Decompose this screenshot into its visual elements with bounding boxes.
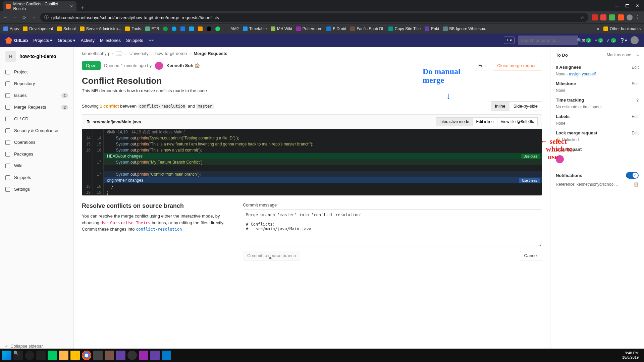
author-name[interactable]: Kenneth Soh 🏠: [166, 63, 200, 68]
sidebar-item-repository[interactable]: Repository: [0, 78, 73, 89]
bookmark-item[interactable]: Development: [23, 26, 53, 31]
taskbar-app[interactable]: [116, 351, 125, 360]
sidebar-item-packages[interactable]: Packages: [0, 148, 73, 160]
sidebar-item-wiki[interactable]: Wiki: [0, 160, 73, 172]
window-maximize-icon[interactable]: 🗖: [625, 3, 630, 8]
taskview-icon[interactable]: [36, 351, 46, 360]
sidebar-item-snippets[interactable]: Snippets: [0, 172, 73, 183]
bookmark-item[interactable]: [215, 26, 220, 31]
help-icon[interactable]: ❔▾: [620, 38, 627, 43]
commit-message-input[interactable]: [243, 209, 542, 246]
breadcrumb-project[interactable]: how-to-git-demo: [155, 51, 187, 56]
reload-icon[interactable]: ⟳: [21, 15, 28, 20]
taskbar-app[interactable]: [150, 351, 160, 360]
bookmark-item[interactable]: F-Droid: [326, 26, 346, 31]
home-icon[interactable]: ⌂: [31, 15, 37, 20]
edit-button[interactable]: Edit: [474, 61, 490, 70]
notifications-toggle[interactable]: [626, 172, 639, 179]
new-tab-button[interactable]: ＋: [76, 4, 89, 11]
nav-snippets[interactable]: Snippets: [126, 38, 143, 43]
bookmark-item[interactable]: MH Wiki: [271, 26, 292, 31]
bookmark-item[interactable]: FTB: [145, 26, 159, 31]
branch-link[interactable]: conflict-resolution: [136, 227, 182, 232]
bookmark-item[interactable]: Enki: [425, 26, 439, 31]
forward-icon[interactable]: →: [12, 15, 18, 20]
bookmarks-overflow[interactable]: »: [597, 26, 599, 31]
bookmark-item[interactable]: AM2: [224, 26, 239, 31]
user-avatar[interactable]: [631, 36, 639, 44]
mark-done-button[interactable]: Mark as done: [604, 51, 634, 59]
issues-count[interactable]: ⊡0: [582, 38, 591, 43]
nav-milestones[interactable]: Milestones: [100, 38, 121, 43]
todos-count[interactable]: ✓5: [606, 38, 616, 43]
ext-icon-3[interactable]: [609, 14, 615, 20]
window-minimize-icon[interactable]: —: [615, 3, 619, 8]
breadcrumb-university[interactable]: University: [129, 51, 149, 56]
edit-assignees[interactable]: Edit: [632, 65, 639, 70]
back-icon[interactable]: ←: [3, 15, 9, 20]
copy-reference-icon[interactable]: 📋: [634, 182, 639, 187]
browser-tab[interactable]: Merge Conflicts · Conflict Resolu ✕: [3, 1, 76, 11]
bookmark-item[interactable]: BB Ignore Whitespa...: [443, 26, 489, 31]
view-file-button[interactable]: View file @8efb0fc: [497, 117, 538, 126]
sidebar-item-project[interactable]: Project: [0, 66, 73, 78]
bookmark-item[interactable]: Copy Site Title: [388, 26, 421, 31]
collapse-right-icon[interactable]: »: [636, 53, 639, 58]
menu-icon[interactable]: ⋮: [635, 14, 641, 20]
system-clock[interactable]: 9:48 PM 16/8/2019: [622, 351, 642, 360]
breadcrumb-root[interactable]: kennethsohyq: [82, 51, 109, 56]
taskbar-app[interactable]: [139, 351, 148, 360]
ext-icon-2[interactable]: [600, 14, 606, 20]
mrs-count[interactable]: ⑂0: [595, 38, 603, 43]
edit-labels[interactable]: Edit: [632, 114, 639, 119]
interactive-mode-button[interactable]: Interactive mode: [436, 117, 473, 126]
bookmark-item[interactable]: Timetable: [243, 26, 267, 31]
other-bookmarks[interactable]: Other bookmarks: [603, 26, 641, 31]
profile-avatar[interactable]: [627, 14, 633, 20]
close-mr-button[interactable]: Close merge request: [493, 61, 542, 70]
sidebar-item-issues[interactable]: Issues1: [0, 89, 73, 101]
sidebar-item-merge-requests[interactable]: Merge Requests2: [0, 101, 73, 113]
bookmark-item[interactable]: Pottermore: [296, 26, 322, 31]
nav-activity[interactable]: Activity: [81, 38, 95, 43]
bookmark-item[interactable]: Fanfic Epub DL: [350, 26, 384, 31]
edit-lock[interactable]: Edit: [632, 131, 639, 135]
taskbar-app[interactable]: [48, 351, 57, 360]
taskbar-app[interactable]: [127, 351, 137, 360]
bookmark-item[interactable]: Tools: [125, 26, 141, 31]
bookmark-item[interactable]: [163, 26, 168, 31]
bookmark-item[interactable]: [172, 26, 176, 31]
project-header[interactable]: H how-to-git-demo: [0, 47, 73, 66]
nav-projects[interactable]: Projects ▾: [33, 38, 52, 43]
use-theirs-button[interactable]: Use theirs: [519, 178, 540, 183]
edit-milestone[interactable]: Edit: [632, 81, 639, 86]
window-close-icon[interactable]: ✕: [636, 3, 639, 8]
sidebar-item-cicd[interactable]: CI / CD: [0, 113, 73, 125]
bookmark-item[interactable]: [189, 26, 194, 31]
taskbar-app[interactable]: [105, 351, 114, 360]
sidebar-item-operations[interactable]: Operations: [0, 136, 73, 148]
ext-icon-4[interactable]: [618, 14, 624, 20]
taskbar-app[interactable]: [162, 351, 171, 360]
sidebar-item-settings[interactable]: Settings: [0, 183, 73, 195]
taskbar-app[interactable]: [59, 351, 68, 360]
gitlab-logo[interactable]: GitLab: [5, 37, 28, 44]
assign-yourself-link[interactable]: assign yourself: [569, 72, 596, 76]
bookmark-item[interactable]: [180, 26, 185, 31]
taskbar-app[interactable]: [70, 351, 80, 360]
nav-binoculars-icon[interactable]: 👓: [149, 38, 154, 43]
bookmark-item[interactable]: [198, 26, 203, 31]
close-tab-icon[interactable]: ✕: [70, 4, 73, 9]
timetracking-help-icon[interactable]: ?: [636, 98, 639, 103]
participant-avatar[interactable]: [556, 155, 564, 163]
cortana-icon[interactable]: ○: [25, 351, 34, 360]
view-inline-button[interactable]: Inline: [491, 102, 509, 111]
bookmark-item[interactable]: [207, 26, 211, 31]
edit-inline-button[interactable]: Edit inline: [473, 117, 497, 126]
star-icon[interactable]: ☆: [580, 15, 584, 20]
apps-button[interactable]: Apps: [3, 26, 19, 31]
search-icon[interactable]: 🔍: [13, 351, 23, 360]
sidebar-item-security[interactable]: Security & Compliance: [0, 125, 73, 136]
search-input[interactable]: [521, 38, 577, 43]
bookmark-item[interactable]: Server Administra...: [80, 26, 121, 31]
